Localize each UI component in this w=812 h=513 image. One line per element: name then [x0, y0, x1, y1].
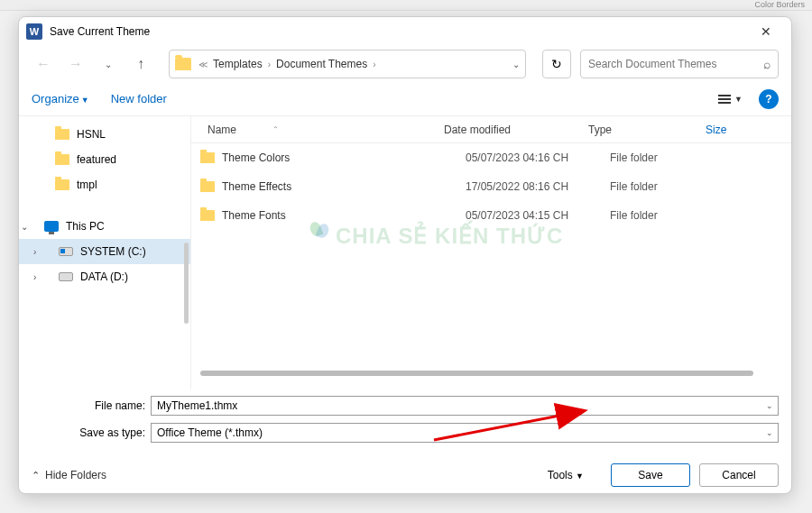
sort-indicator-icon: ⌃: [272, 125, 279, 133]
column-headers[interactable]: Name⌃ Date modified Type Size: [191, 116, 791, 143]
nav-forward-button[interactable]: →: [64, 52, 88, 76]
save-button[interactable]: Save: [611, 463, 690, 487]
nav-row: ← → ⌄ ↑ ≪ Templates › Document Themes › …: [19, 46, 791, 82]
folder-icon: [55, 154, 69, 165]
breadcrumb-seg[interactable]: Templates: [209, 56, 266, 72]
chevron-icon: ≪: [198, 60, 208, 69]
file-name-input[interactable]: [151, 396, 761, 416]
word-icon: W: [26, 23, 42, 40]
file-row[interactable]: Theme Fonts 05/07/2023 04:15 CH File fol…: [191, 201, 791, 230]
search-input[interactable]: [588, 58, 763, 70]
chevron-right-icon: ›: [268, 60, 271, 69]
save-type-select[interactable]: [151, 423, 761, 443]
chevron-right-icon[interactable]: ›: [33, 247, 36, 257]
file-list-pane: Name⌃ Date modified Type Size Theme Colo…: [190, 116, 791, 389]
refresh-button[interactable]: ↻: [542, 50, 571, 78]
nav-history-dropdown[interactable]: ⌄: [97, 52, 120, 76]
dialog-title: Save Current Theme: [50, 25, 748, 38]
nav-up-button[interactable]: ↑: [129, 52, 152, 76]
chevron-right-icon[interactable]: ›: [33, 272, 36, 282]
pc-icon: [44, 221, 59, 232]
nav-back-button[interactable]: ←: [32, 52, 55, 76]
save-type-dropdown[interactable]: ⌄: [761, 423, 779, 443]
organize-button[interactable]: Organize▼: [32, 92, 89, 105]
col-header-size[interactable]: Size: [706, 124, 791, 136]
list-icon: [718, 95, 731, 104]
breadcrumb-dropdown[interactable]: ⌄: [512, 60, 520, 69]
new-folder-button[interactable]: New folder: [111, 92, 167, 105]
dialog-footer: ⌃ Hide Folders Tools ▼ Save Cancel: [19, 457, 791, 493]
main-area: HSNL featured tmpl ⌄ This PC › SYSTEM (C…: [19, 116, 791, 389]
folder-icon: [55, 179, 69, 190]
search-box[interactable]: ⌕: [580, 50, 779, 78]
drive-icon: [59, 247, 73, 256]
file-row[interactable]: Theme Colors 05/07/2023 04:16 CH File fo…: [191, 143, 791, 172]
sidebar-tree[interactable]: HSNL featured tmpl ⌄ This PC › SYSTEM (C…: [19, 116, 190, 389]
folder-icon: [200, 210, 215, 221]
folder-icon: [175, 58, 191, 70]
hide-folders-button[interactable]: ⌃ Hide Folders: [32, 469, 106, 481]
col-header-name[interactable]: Name⌃: [191, 124, 444, 136]
close-button[interactable]: ✕: [748, 19, 784, 44]
col-header-date[interactable]: Date modified: [444, 124, 588, 136]
file-name-label: File name:: [32, 399, 151, 412]
scrollbar-vertical[interactable]: [184, 243, 189, 324]
breadcrumb[interactable]: ≪ Templates › Document Themes › ⌄: [169, 50, 526, 78]
scrollbar-horizontal[interactable]: [200, 371, 782, 385]
save-dialog: W Save Current Theme ✕ ← → ⌄ ↑ ≪ Templat…: [18, 16, 792, 494]
sidebar-this-pc[interactable]: ⌄ This PC: [19, 214, 190, 239]
title-bar: W Save Current Theme ✕: [19, 17, 791, 46]
chevron-up-icon: ⌃: [32, 470, 40, 481]
folder-icon: [200, 181, 215, 192]
tools-dropdown[interactable]: Tools ▼: [548, 469, 584, 481]
col-header-type[interactable]: Type: [588, 124, 706, 136]
sidebar-drive[interactable]: › SYSTEM (C:): [19, 239, 190, 264]
drive-icon: [59, 272, 73, 281]
view-options-button[interactable]: ▼: [718, 95, 743, 104]
sidebar-folder[interactable]: HSNL: [19, 122, 190, 147]
bg-ribbon-text: Color Borders: [731, 0, 812, 11]
chevron-down-icon[interactable]: ⌄: [21, 222, 28, 232]
breadcrumb-seg[interactable]: Document Themes: [272, 56, 371, 72]
file-row[interactable]: Theme Effects 17/05/2022 08:16 CH File f…: [191, 172, 791, 201]
folder-icon: [55, 129, 69, 140]
help-button[interactable]: ?: [759, 89, 779, 109]
bottom-fields: File name: ⌄ Save as type: ⌄: [19, 389, 791, 457]
sidebar-folder[interactable]: tmpl: [19, 172, 190, 197]
file-name-dropdown[interactable]: ⌄: [761, 396, 779, 416]
sidebar-drive[interactable]: › DATA (D:): [19, 264, 190, 289]
sidebar-folder[interactable]: featured: [19, 147, 190, 172]
cancel-button[interactable]: Cancel: [699, 463, 779, 487]
chevron-right-icon: ›: [373, 60, 375, 69]
folder-icon: [200, 152, 215, 163]
save-type-label: Save as type:: [32, 426, 151, 439]
search-icon[interactable]: ⌕: [763, 57, 770, 71]
toolbar: Organize▼ New folder ▼ ?: [19, 82, 791, 116]
